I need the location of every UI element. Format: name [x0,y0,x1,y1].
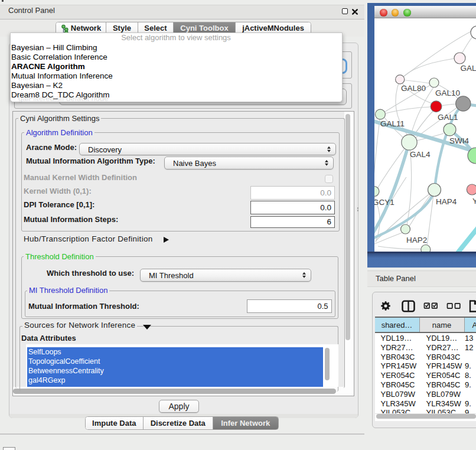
svg-text:GAL11: GAL11 [380,119,405,128]
svg-text:GCY1: GCY1 [374,198,395,207]
svg-text:SWI4: SWI4 [449,136,469,145]
svg-text:GAL80: GAL80 [401,84,426,93]
svg-text:GAL10: GAL10 [435,89,460,97]
svg-text:GAL1: GAL1 [438,113,458,122]
svg-text:HAP2: HAP2 [406,236,427,244]
svg-text:GAL: GAL [461,64,476,73]
svg-text:HAP4: HAP4 [436,197,457,206]
svg-text:GAL4: GAL4 [410,150,431,159]
svg-text:Y: Y [472,197,476,206]
